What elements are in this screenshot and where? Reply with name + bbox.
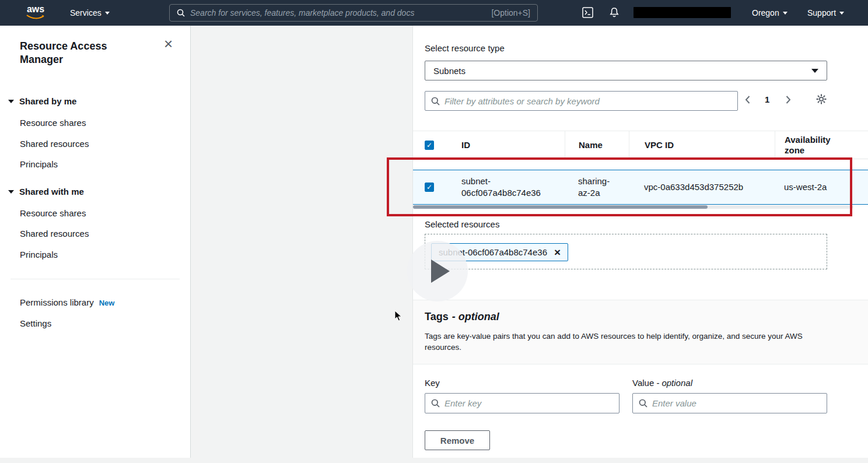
sidebar-item-shared-resources[interactable]: Shared resources: [20, 138, 89, 150]
sidebar-item-resource-shares[interactable]: Resource shares: [20, 117, 86, 129]
permissions-library-label: Permissions library: [20, 297, 94, 307]
section-label: Shared by me: [19, 96, 76, 106]
sidebar-divider: [10, 279, 180, 279]
region-selector[interactable]: Oregon: [752, 8, 788, 17]
token-remove-icon[interactable]: ×: [554, 247, 561, 258]
video-play-button[interactable]: [407, 241, 468, 301]
selected-resources-container: subnet-06cf067a4b8c74e36 ×: [425, 234, 827, 269]
column-header-availability-zone: Availability zone: [775, 131, 856, 159]
cell-vpc-id: vpc-0a633d453d375252b: [629, 181, 775, 193]
value-label-suffix: - optional: [656, 378, 692, 388]
search-icon: [431, 97, 440, 106]
aws-smile-icon: [26, 14, 46, 19]
chevron-down-icon: [105, 12, 110, 15]
horizontal-scrollbar-thumb[interactable]: [413, 205, 708, 209]
chevron-down-icon: [811, 69, 818, 73]
row-checkbox[interactable]: ✓: [425, 183, 434, 192]
services-label: Services: [70, 8, 102, 17]
search-icon: [639, 399, 648, 408]
cell-availability-zone: us-west-2a: [775, 181, 856, 193]
resource-type-label: Select resource type: [425, 43, 505, 53]
chevron-down-icon: [839, 12, 844, 15]
sidebar-item-settings[interactable]: Settings: [20, 318, 51, 329]
sidebar-section-shared-by-me[interactable]: Shared by me: [8, 96, 76, 106]
top-navbar: aws Services Search for services, featur…: [0, 0, 868, 26]
close-icon[interactable]: ×: [164, 36, 173, 51]
sidebar-item-principals-2[interactable]: Principals: [20, 249, 58, 261]
table-header-row: ✓ ID Name VPC ID Availability zone: [413, 131, 868, 159]
chevron-down-icon: [8, 190, 14, 194]
resource-type-value: Subnets: [433, 66, 466, 76]
global-search-input[interactable]: Search for services, features, marketpla…: [169, 4, 538, 22]
column-header-id: ID: [448, 140, 565, 150]
tags-section-header: Tags- optional Tags are key-value pairs …: [413, 300, 868, 364]
cloudshell-icon[interactable]: [582, 7, 593, 20]
search-icon: [177, 9, 185, 17]
select-all-checkbox[interactable]: ✓: [425, 141, 434, 150]
search-shortcut: [Option+S]: [491, 8, 530, 17]
pagination-previous-button[interactable]: [744, 94, 751, 105]
aws-logo[interactable]: aws: [26, 5, 46, 19]
tags-title-suffix: - optional: [452, 311, 499, 322]
sidebar-item-principals[interactable]: Principals: [20, 159, 58, 170]
sidebar-title: Resource Access Manager: [20, 40, 125, 66]
sidebar-section-shared-with-me[interactable]: Shared with me: [8, 187, 84, 197]
column-header-vpc-id: VPC ID: [629, 131, 775, 159]
tags-title-text: Tags: [425, 311, 449, 322]
pagination-next-button[interactable]: [785, 94, 792, 105]
sidebar-item-shared-resources-2[interactable]: Shared resources: [20, 228, 89, 240]
resource-type-select[interactable]: Subnets: [425, 61, 827, 80]
gear-icon: [816, 93, 827, 105]
cell-subnet-id: subnet-06cf067a4b8c74e36: [448, 176, 565, 199]
chevron-down-icon: [783, 12, 788, 15]
section-label: Shared with me: [19, 187, 84, 197]
cell-name: sharing-az-2a: [565, 176, 629, 199]
support-menu[interactable]: Support: [807, 8, 844, 17]
account-name-redacted[interactable]: [634, 7, 731, 18]
global-search-placeholder: Search for services, features, marketpla…: [190, 8, 414, 17]
tag-key-input[interactable]: [425, 393, 620, 413]
pagination-page-number[interactable]: 1: [765, 94, 769, 104]
filter-input[interactable]: [425, 91, 738, 111]
services-menu[interactable]: Services: [70, 8, 110, 17]
horizontal-scrollbar: [413, 205, 853, 209]
tag-value-field[interactable]: [652, 398, 821, 408]
remove-button[interactable]: Remove: [425, 430, 490, 450]
value-label: Value- optional: [632, 378, 692, 388]
main-panel: Select resource type Subnets 1: [412, 26, 868, 458]
chevron-left-icon: [744, 94, 751, 105]
table-row[interactable]: ✓ subnet-06cf067a4b8c74e36 sharing-az-2a…: [413, 170, 868, 205]
tags-title: Tags- optional: [425, 311, 499, 323]
aws-logo-text: aws: [27, 4, 44, 14]
region-label: Oregon: [752, 8, 779, 17]
play-icon: [431, 259, 450, 283]
tag-value-input[interactable]: [632, 393, 827, 413]
tags-description: Tags are key-value pairs that you can ad…: [425, 331, 827, 353]
selected-resources-label: Selected resources: [425, 219, 499, 229]
support-label: Support: [807, 8, 836, 17]
sidebar-item-resource-shares-2[interactable]: Resource shares: [20, 208, 86, 219]
chevron-down-icon: [8, 100, 14, 103]
chevron-right-icon: [785, 94, 792, 105]
sidebar: Resource Access Manager × Shared by me R…: [0, 26, 191, 458]
search-icon: [431, 399, 440, 408]
tag-key-field[interactable]: [444, 398, 613, 408]
table-preferences-button[interactable]: [816, 93, 827, 105]
filter-text-field[interactable]: [444, 96, 732, 106]
mouse-cursor-icon: [394, 310, 402, 324]
sidebar-item-permissions-library[interactable]: Permissions libraryNew: [20, 297, 114, 309]
new-badge: New: [99, 299, 115, 307]
notifications-bell-icon[interactable]: [609, 7, 620, 20]
column-header-name: Name: [565, 131, 629, 159]
key-label: Key: [425, 378, 440, 388]
value-label-text: Value: [632, 378, 654, 388]
